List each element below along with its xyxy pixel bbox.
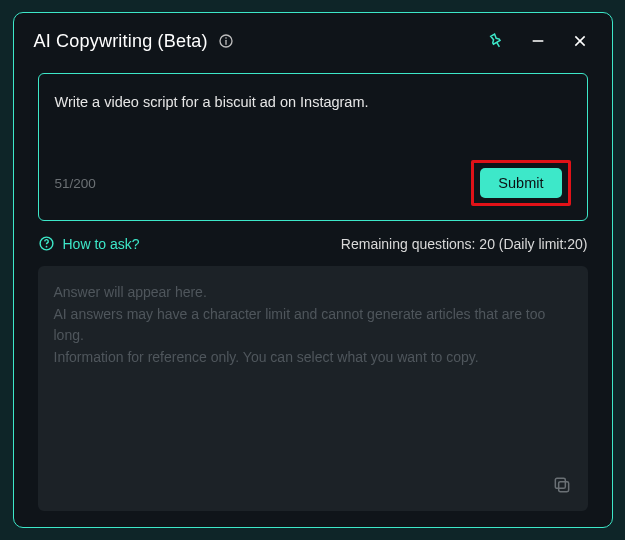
answer-line: Answer will appear here.	[54, 282, 572, 304]
question-icon	[38, 235, 55, 252]
how-to-ask-label: How to ask?	[63, 236, 140, 252]
app-window: AI Copywriting (Beta)	[13, 12, 613, 528]
remaining-questions: Remaining questions: 20 (Daily limit:20)	[341, 236, 588, 252]
info-icon[interactable]	[218, 33, 234, 49]
pin-icon[interactable]	[479, 25, 512, 58]
close-button[interactable]	[568, 29, 592, 53]
copy-icon[interactable]	[552, 475, 576, 499]
how-to-ask-link[interactable]: How to ask?	[38, 235, 140, 252]
prompt-input[interactable]: Write a video script for a biscuit ad on…	[55, 92, 571, 134]
prompt-footer: 51/200 Submit	[55, 160, 571, 206]
answer-line: Information for reference only. You can …	[54, 347, 572, 369]
svg-line-3	[496, 42, 499, 47]
answer-placeholder: Answer will appear here. AI answers may …	[54, 282, 572, 369]
titlebar: AI Copywriting (Beta)	[14, 13, 612, 63]
svg-rect-9	[558, 482, 568, 492]
content-area: Write a video script for a biscuit ad on…	[14, 63, 612, 527]
submit-button[interactable]: Submit	[480, 168, 561, 198]
minimize-button[interactable]	[526, 29, 550, 53]
answer-box: Answer will appear here. AI answers may …	[38, 266, 588, 511]
window-title: AI Copywriting (Beta)	[34, 31, 208, 52]
mid-row: How to ask? Remaining questions: 20 (Dai…	[38, 235, 588, 252]
svg-rect-10	[555, 478, 565, 488]
char-count: 51/200	[55, 176, 96, 191]
submit-highlight: Submit	[471, 160, 570, 206]
answer-line: AI answers may have a character limit an…	[54, 304, 572, 347]
prompt-box: Write a video script for a biscuit ad on…	[38, 73, 588, 221]
